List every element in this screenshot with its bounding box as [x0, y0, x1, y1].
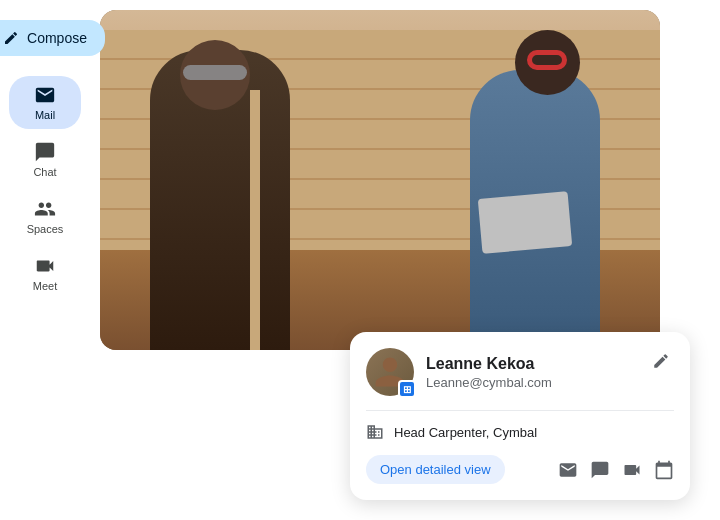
avatar-section: ⊞ Leanne Kekoa Leanne@cymbal.com [366, 348, 552, 396]
mail-icon [34, 84, 56, 106]
spaces-icon [34, 198, 56, 220]
grid-icon: ⊞ [403, 384, 411, 395]
contact-name: Leanne Kekoa [426, 355, 552, 373]
action-icons [558, 460, 674, 480]
card-header: ⊞ Leanne Kekoa Leanne@cymbal.com [366, 348, 674, 396]
calendar-action-button[interactable] [654, 460, 674, 480]
compose-button[interactable]: Compose [0, 20, 105, 56]
contact-email: Leanne@cymbal.com [426, 375, 552, 390]
meet-label: Meet [33, 280, 57, 292]
job-title: Head Carpenter, Cymbal [394, 425, 537, 440]
building-icon [366, 423, 384, 441]
chat-action-button[interactable] [590, 460, 610, 480]
sidebar-item-spaces[interactable]: Spaces [9, 190, 81, 243]
sidebar: Compose Mail Chat [0, 0, 90, 520]
spaces-label: Spaces [27, 223, 64, 235]
name-section: Leanne Kekoa Leanne@cymbal.com [426, 355, 552, 390]
card-divider [366, 410, 674, 411]
sidebar-item-meet[interactable]: Meet [9, 247, 81, 300]
avatar-wrapper: ⊞ [366, 348, 414, 396]
sidebar-item-mail[interactable]: Mail [9, 76, 81, 129]
mail-action-button[interactable] [558, 460, 578, 480]
job-section: Head Carpenter, Cymbal [366, 423, 674, 441]
contact-card: ⊞ Leanne Kekoa Leanne@cymbal.com Head Ca… [350, 332, 690, 500]
open-detail-button[interactable]: Open detailed view [366, 455, 505, 484]
meet-icon [34, 255, 56, 277]
pencil-icon [3, 30, 19, 46]
google-workspace-badge: ⊞ [398, 380, 416, 398]
video-action-button[interactable] [622, 460, 642, 480]
card-actions: Open detailed view [366, 455, 674, 484]
compose-label: Compose [27, 30, 87, 46]
chat-icon [34, 141, 56, 163]
mail-label: Mail [35, 109, 55, 121]
workshop-photo [100, 10, 660, 350]
chat-label: Chat [33, 166, 56, 178]
nav-items: Mail Chat Spaces [0, 76, 90, 300]
edit-button[interactable] [648, 348, 674, 374]
sidebar-item-chat[interactable]: Chat [9, 133, 81, 186]
